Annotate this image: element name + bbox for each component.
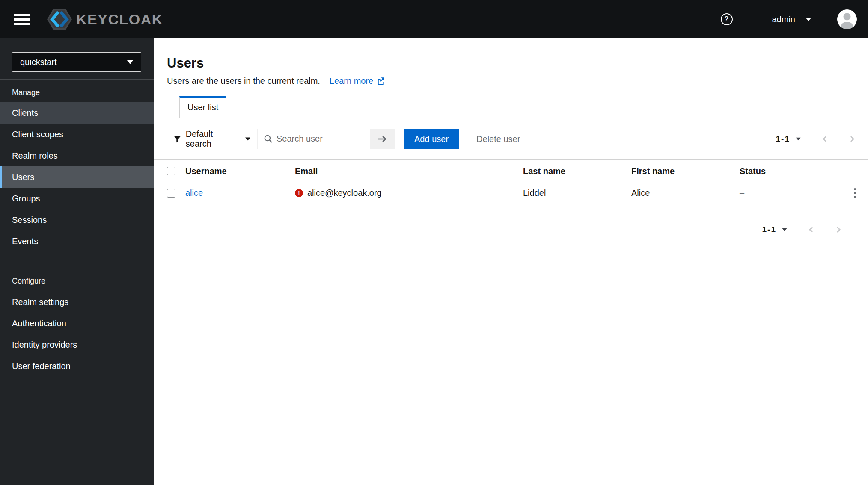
external-link-icon [377,77,385,85]
select-all-checkbox[interactable] [167,167,175,175]
delete-user-button[interactable]: Delete user [476,134,520,144]
nav-group-title: Configure [0,268,154,291]
help-icon[interactable]: ? [721,13,733,25]
pagination-range-dropdown[interactable]: 1-1 [776,134,801,144]
pagination-next-button[interactable] [835,226,841,234]
row-checkbox[interactable] [167,189,175,198]
chevron-down-icon [796,138,800,140]
email-value: alice@keycloak.org [307,188,382,198]
learn-more-link[interactable]: Learn more [330,76,385,86]
avatar[interactable] [837,9,857,29]
table-row: alice ! alice@keycloak.org Liddel Alice … [154,182,868,204]
last-name-value: Liddel [523,188,631,198]
email-cell: ! alice@keycloak.org [295,188,523,198]
search-type-label: Default search [186,129,240,149]
column-header-last-name: Last name [523,166,631,176]
chevron-right-icon [849,135,855,143]
column-header-status: Status [740,166,835,176]
sidebar-item-client-scopes[interactable]: Client scopes [0,124,154,145]
avatar-person-icon [837,9,857,29]
learn-more-label: Learn more [330,76,373,86]
search-input[interactable] [276,134,349,144]
chevron-down-icon [245,138,250,141]
keycloak-logo[interactable]: KEYCLOAK [45,7,163,32]
add-user-button[interactable]: Add user [404,129,459,149]
nav-toggle-hamburger-icon[interactable] [14,14,30,25]
chevron-right-icon [835,226,841,234]
page-title: Users [167,56,855,71]
nav-group-title: Manage [0,80,154,102]
sidebar-item-events[interactable]: Events [0,231,154,252]
main-content: Users Users are the users in the current… [154,38,868,485]
chevron-left-icon [822,135,828,143]
sidebar-item-authentication[interactable]: Authentication [0,313,154,334]
sidebar-item-realm-settings[interactable]: Realm settings [0,291,154,313]
status-value: – [740,188,835,198]
search-submit-button[interactable] [370,129,395,149]
sidebar-item-identity-providers[interactable]: Identity providers [0,334,154,355]
user-menu[interactable]: admin [772,15,812,24]
column-header-first-name: First name [631,166,740,176]
pagination-next-button[interactable] [849,135,855,143]
tab-user-list[interactable]: User list [179,96,226,118]
row-kebab-menu-icon[interactable] [852,186,858,200]
keycloak-logo-icon [45,7,74,32]
sidebar-item-realm-roles[interactable]: Realm roles [0,145,154,166]
pagination-prev-button[interactable] [808,226,814,234]
pagination-bottom: 1-1 [154,225,868,234]
column-header-username: Username [185,166,295,176]
sidebar-item-groups[interactable]: Groups [0,188,154,209]
arrow-right-icon [377,135,388,143]
nav-group-manage: Manage Clients Client scopes Realm roles… [0,80,154,252]
realm-selector[interactable]: quickstart [12,52,141,72]
keycloak-logo-text: KEYCLOAK [76,11,163,28]
tab-bar: User list [154,96,868,117]
chevron-down-icon [806,18,812,21]
first-name-value: Alice [631,188,740,198]
chevron-down-icon [127,60,133,64]
masthead: KEYCLOAK ? admin [0,0,868,38]
toolbar: Default search Add user Delete user 1-1 [154,129,868,149]
username-link[interactable]: alice [185,188,295,198]
sidebar-item-users[interactable]: Users [0,166,154,188]
sidebar: quickstart Manage Clients Client scopes … [0,38,154,485]
chevron-left-icon [808,226,814,234]
pagination-range: 1-1 [776,134,790,144]
pagination-prev-button[interactable] [822,135,828,143]
table-header-row: Username Email Last name First name Stat… [154,160,868,182]
pagination-top: 1-1 [776,134,855,144]
filter-icon [174,136,181,143]
email-warning-icon: ! [295,189,303,197]
pagination-range-dropdown[interactable]: 1-1 [762,225,788,234]
sidebar-item-sessions[interactable]: Sessions [0,209,154,231]
chevron-down-icon [782,228,787,231]
pagination-range: 1-1 [762,225,776,234]
user-menu-label: admin [772,15,795,24]
realm-selector-value: quickstart [20,57,57,67]
page-subtitle: Users are the users in the current realm… [167,76,320,86]
column-header-email: Email [295,166,523,176]
nav-group-configure: Configure Realm settings Authentication … [0,268,154,377]
sidebar-item-clients[interactable]: Clients [0,102,154,124]
sidebar-item-user-federation[interactable]: User federation [0,355,154,377]
search-type-dropdown[interactable]: Default search [167,129,258,149]
search-box [258,129,370,149]
search-icon [264,135,272,143]
